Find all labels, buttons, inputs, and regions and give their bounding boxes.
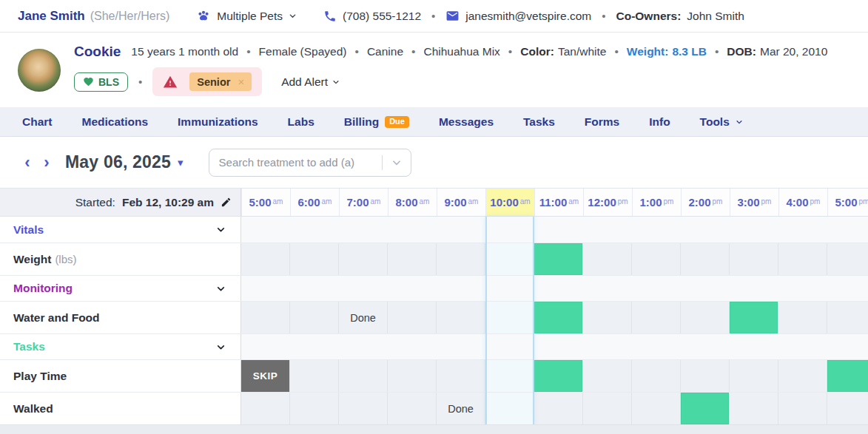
co-owners-value[interactable]: John Smith <box>687 10 744 23</box>
time-header-300pm[interactable]: 3:00pm <box>730 189 778 216</box>
schedule-cell-walked-1100am[interactable] <box>534 393 583 424</box>
treatment-search-input[interactable] <box>209 149 382 176</box>
time-header-900am[interactable]: 9:00am <box>437 189 485 216</box>
tab-tasks[interactable]: Tasks <box>519 112 559 132</box>
schedule-cell-water-and-food-700am[interactable]: Done <box>339 302 388 333</box>
schedule-cell-weight-900am[interactable] <box>437 243 485 275</box>
collapse-chevron-icon[interactable] <box>216 225 226 234</box>
schedule-cell-weight-700am[interactable] <box>339 243 388 275</box>
schedule-cell-weight-1200pm[interactable] <box>583 243 632 275</box>
schedule-cell-walked-700am[interactable] <box>339 393 388 424</box>
schedule-cell-play-time-500pm[interactable] <box>827 360 868 392</box>
time-header-400pm[interactable]: 4:00pm <box>778 189 827 216</box>
collapse-chevron-icon[interactable] <box>216 342 226 352</box>
schedule-cell-play-time-1200pm[interactable] <box>583 360 632 392</box>
time-header-800am[interactable]: 8:00am <box>388 189 437 216</box>
schedule-cell-water-and-food-900am[interactable] <box>437 302 485 333</box>
tab-chart[interactable]: Chart <box>18 112 56 132</box>
schedule-cell-play-time-700am[interactable] <box>339 360 388 392</box>
schedule-cell-walked-400pm[interactable] <box>778 393 827 424</box>
schedule-cell-play-time-900am[interactable] <box>437 360 485 392</box>
search-dropdown-chevron-icon[interactable] <box>383 157 411 168</box>
schedule-cell-weight-1000am[interactable] <box>485 243 534 275</box>
schedule-cell-play-time-400pm[interactable] <box>778 360 827 392</box>
schedule-cell-water-and-food-500pm[interactable] <box>827 302 868 333</box>
date-caret-icon[interactable]: ▾ <box>178 156 184 169</box>
schedule-cell-water-and-food-1200pm[interactable] <box>583 302 632 333</box>
time-header-700am[interactable]: 7:00am <box>339 189 388 216</box>
collapse-chevron-icon[interactable] <box>216 284 226 294</box>
tab-messages[interactable]: Messages <box>434 112 498 132</box>
schedule-cell-walked-800am[interactable] <box>388 393 437 424</box>
schedule-cell-weight-1100am[interactable] <box>534 243 583 275</box>
tab-labs[interactable]: Labs <box>283 112 319 132</box>
tab-immunizations[interactable]: Immunizations <box>173 112 263 132</box>
schedule-cell-weight-300pm[interactable] <box>730 243 778 275</box>
schedule-cell-play-time-200pm[interactable] <box>681 360 730 392</box>
multiple-pets-dropdown[interactable]: Multiple Pets <box>196 9 297 24</box>
weight-value[interactable]: 8.3 LB <box>672 45 707 58</box>
owner-name[interactable]: Jane Smith <box>18 9 85 24</box>
time-header-200pm[interactable]: 2:00pm <box>681 189 730 216</box>
schedule-cell-water-and-food-1000am[interactable] <box>485 302 534 333</box>
schedule-cell-play-time-1000am[interactable] <box>485 360 534 392</box>
schedule-cell-water-and-food-600am[interactable] <box>290 302 339 333</box>
schedule-cell-play-time-800am[interactable] <box>388 360 437 392</box>
schedule-cell-play-time-600am[interactable] <box>290 360 339 392</box>
schedule-cell-walked-500am[interactable] <box>241 393 290 424</box>
schedule-cell-walked-600am[interactable] <box>290 393 339 424</box>
schedule-cell-water-and-food-100pm[interactable] <box>632 302 681 333</box>
prev-day-button[interactable]: ‹ <box>18 155 37 171</box>
patient-name[interactable]: Cookie <box>74 44 121 60</box>
schedule-cell-play-time-300pm[interactable] <box>730 360 778 392</box>
schedule-cell-walked-900am[interactable]: Done <box>437 393 485 424</box>
schedule-cell-walked-200pm[interactable] <box>681 393 730 424</box>
next-day-button[interactable]: › <box>37 155 56 171</box>
senior-alert-chip[interactable]: Senior × <box>189 72 252 91</box>
schedule-cell-water-and-food-200pm[interactable] <box>681 302 730 333</box>
tab-medications[interactable]: Medications <box>77 112 152 132</box>
schedule-cell-play-time-1100am[interactable] <box>534 360 583 392</box>
schedule-cell-water-and-food-500am[interactable] <box>241 302 290 333</box>
time-header-500pm[interactable]: 5:00pm <box>827 189 868 216</box>
time-header-600am[interactable]: 6:00am <box>290 189 339 216</box>
schedule-cell-weight-800am[interactable] <box>388 243 437 275</box>
weight-label[interactable]: Weight: <box>627 45 669 58</box>
schedule-cell-walked-300pm[interactable] <box>730 393 778 424</box>
edit-pencil-icon[interactable] <box>221 197 232 208</box>
schedule-cell-weight-400pm[interactable] <box>778 243 827 275</box>
time-header-100pm[interactable]: 1:00pm <box>632 189 681 216</box>
schedule-cell-water-and-food-800am[interactable] <box>388 302 437 333</box>
schedule-cell-weight-500pm[interactable] <box>827 243 868 275</box>
time-header-500am[interactable]: 5:00am <box>241 189 290 216</box>
schedule-cell-walked-1000am[interactable] <box>485 393 534 424</box>
schedule-cell-weight-200pm[interactable] <box>681 243 730 275</box>
bls-badge[interactable]: BLS <box>74 72 128 92</box>
schedule-cell-walked-100pm[interactable] <box>632 393 681 424</box>
schedule-cell-play-time-100pm[interactable] <box>632 360 681 392</box>
horizontal-scrollbar-track[interactable] <box>0 424 868 434</box>
owner-email[interactable]: janesmith@vetspire.com <box>445 9 591 23</box>
schedule-cell-water-and-food-400pm[interactable] <box>778 302 827 333</box>
schedule-cell-walked-1200pm[interactable] <box>583 393 632 424</box>
schedule-cell-weight-100pm[interactable] <box>632 243 681 275</box>
tab-billing[interactable]: BillingDue <box>340 112 414 132</box>
tab-forms[interactable]: Forms <box>580 112 624 132</box>
tab-info[interactable]: Info <box>645 112 674 132</box>
schedule-cell-weight-600am[interactable] <box>290 243 339 275</box>
time-header-1000am[interactable]: 10:00am <box>485 189 534 216</box>
schedule-cell-walked-500pm[interactable] <box>827 393 868 424</box>
schedule-cell-water-and-food-1100am[interactable] <box>534 302 583 333</box>
schedule-cell-weight-500am[interactable] <box>241 243 290 275</box>
schedule-cell-play-time-500am[interactable]: SKIP <box>241 360 290 392</box>
section-label: Vitals <box>0 217 241 243</box>
time-header-1100am[interactable]: 11:00am <box>534 189 583 216</box>
close-icon[interactable]: × <box>238 75 244 88</box>
schedule-cell-water-and-food-300pm[interactable] <box>730 302 778 333</box>
tab-tools[interactable]: Tools <box>696 112 747 132</box>
patient-avatar[interactable] <box>18 49 61 92</box>
add-alert-button[interactable]: Add Alert <box>281 75 340 89</box>
current-date[interactable]: May 06, 2025 <box>65 152 171 172</box>
owner-phone[interactable]: (708) 555-1212 <box>323 10 421 23</box>
time-header-1200pm[interactable]: 12:00pm <box>583 189 632 216</box>
